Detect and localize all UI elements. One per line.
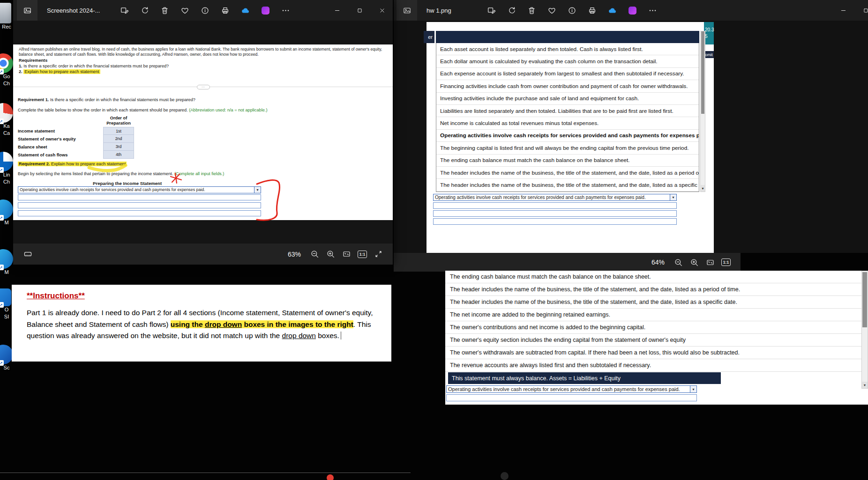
filmstrip-toggle-button[interactable] xyxy=(20,246,36,262)
dropdown-option[interactable]: Liabilities are listed separately and th… xyxy=(436,105,699,117)
dropdown-field-selected[interactable] xyxy=(436,31,699,43)
taskbar-edge xyxy=(0,473,411,473)
more-options-button[interactable] xyxy=(644,2,660,18)
titlebar-right-window[interactable]: hw 1.png xyxy=(394,0,868,21)
dropdown-arrow-icon[interactable]: ▼ xyxy=(690,386,696,392)
list-scrollbar[interactable]: ▼ xyxy=(861,271,868,389)
favorite-button[interactable] xyxy=(177,2,193,18)
edit-image-button[interactable] xyxy=(483,2,499,18)
maximize-button[interactable] xyxy=(854,0,868,21)
divider-handle[interactable]: ⋯ xyxy=(197,85,210,89)
delete-button[interactable] xyxy=(524,2,539,18)
hw-image-document: 20.3 5 omit er Each asset account is lis… xyxy=(427,22,714,253)
print-button[interactable] xyxy=(584,2,600,18)
shortcut-arrow-icon: ↗ xyxy=(0,302,4,308)
favorite-button[interactable] xyxy=(544,2,560,18)
shortcut-arrow-icon: ↗ xyxy=(0,69,4,74)
order-cell[interactable]: 3rd xyxy=(103,143,134,151)
answer-input-row-1[interactable] xyxy=(18,194,261,200)
onedrive-icon[interactable] xyxy=(237,2,253,18)
dropdown-arrow-icon[interactable]: ▼ xyxy=(670,194,676,200)
photos-window-screenshot: Screenshot 2024-... Alfred Hansen publ xyxy=(13,0,393,265)
zoom-out-button[interactable] xyxy=(307,246,322,262)
answer-input-row-3[interactable] xyxy=(18,210,261,216)
photo-viewer-canvas-left[interactable]: Alfred Hansen publishes an online travel… xyxy=(13,21,393,244)
rotate-button[interactable] xyxy=(136,2,152,18)
dropdown-arrow-icon[interactable]: ▼ xyxy=(254,187,261,193)
zoom-level: 64% xyxy=(651,258,665,266)
dropdown-option[interactable]: The header includes the name of the busi… xyxy=(436,167,699,179)
answer-dropdown[interactable]: Operating activities involve cash receip… xyxy=(433,194,677,201)
dropdown-option[interactable]: Each asset account is listed separately … xyxy=(436,43,699,55)
print-button[interactable] xyxy=(217,2,233,18)
fit-to-window-button[interactable] xyxy=(338,246,354,262)
answer-input-row[interactable] xyxy=(446,394,697,401)
edit-image-button[interactable] xyxy=(116,2,132,18)
scrollbar-thumb[interactable] xyxy=(862,272,867,327)
dropdown-option[interactable]: The owner's withdrawals are subtracted f… xyxy=(445,347,861,359)
dropdown-option[interactable]: Financing activities include cash from o… xyxy=(436,80,699,92)
dropdown-option[interactable]: The owner's contributions and net income… xyxy=(445,321,861,334)
requirements-heading: Requirements xyxy=(19,58,47,63)
clipchamp-icon[interactable] xyxy=(624,2,640,18)
titlebar-left-window[interactable]: Screenshot 2024-... xyxy=(13,0,393,21)
list-scrollbar[interactable]: ▼ xyxy=(700,31,705,192)
minimize-button[interactable] xyxy=(326,0,348,21)
dropdown-option-highlighted[interactable]: Operating activities involve cash receip… xyxy=(436,130,699,142)
fullscreen-button[interactable] xyxy=(370,246,386,262)
rotate-button[interactable] xyxy=(503,2,519,18)
dropdown-option[interactable]: Each dollar amount is calculated by eval… xyxy=(436,55,699,67)
order-cell[interactable]: 2nd xyxy=(103,135,134,143)
dropdown-option[interactable]: The header includes the name of the busi… xyxy=(445,296,861,309)
underlying-image-fragment: 20.3 5 xyxy=(704,22,714,44)
chrome-icon: ↗ xyxy=(0,53,13,73)
more-options-button[interactable] xyxy=(277,2,293,18)
requirement-2-line: 2. Explain how to prepare each statement xyxy=(19,69,100,74)
app-icon: ↗ xyxy=(0,152,13,171)
fit-to-window-button[interactable] xyxy=(702,254,718,270)
taskbar-icon-fragment[interactable] xyxy=(327,474,334,480)
info-button[interactable] xyxy=(564,2,580,18)
dropdown-option[interactable]: Each expense account is listed separatel… xyxy=(436,68,699,80)
scrollbar-thumb[interactable] xyxy=(701,31,704,114)
dropdown-option[interactable]: The ending cash balance must match the c… xyxy=(436,155,699,167)
dropdown-option-selected[interactable]: This statement must always balance. Asse… xyxy=(445,372,861,384)
dropdown-option[interactable]: The header includes the name of the busi… xyxy=(445,283,861,296)
shortcut-arrow-icon: ↗ xyxy=(0,215,4,221)
answer-dropdown-value: Operating activities involve cash receip… xyxy=(447,386,690,392)
dropdown-option[interactable]: Net income is calculated as total revenu… xyxy=(436,117,699,129)
clipchamp-icon[interactable] xyxy=(257,2,273,18)
photo-viewer-canvas-right[interactable]: 20.3 5 omit er Each asset account is lis… xyxy=(394,21,868,253)
scroll-down-arrow-icon[interactable]: ▼ xyxy=(862,382,868,388)
maximize-button[interactable] xyxy=(348,0,371,21)
order-cell[interactable]: 4th xyxy=(103,151,134,159)
delete-button[interactable] xyxy=(157,2,172,18)
dropdown-option[interactable]: The net income are added to the beginnin… xyxy=(445,309,861,321)
dropdown-option[interactable]: The beginning capital is listed first an… xyxy=(436,142,699,154)
actual-size-button[interactable]: 1:1 xyxy=(718,254,734,270)
dropdown-option[interactable]: Investing activities include the purchas… xyxy=(436,93,699,105)
minimize-button[interactable] xyxy=(832,0,854,21)
info-button[interactable] xyxy=(197,2,213,18)
dropdown-option[interactable]: The owner's equity section includes the … xyxy=(445,334,861,347)
answer-input-row-1[interactable] xyxy=(433,202,677,209)
zoom-level: 63% xyxy=(288,251,301,258)
answer-input-row-3[interactable] xyxy=(433,218,677,225)
instructions-highlight: using the xyxy=(171,320,205,328)
zoom-out-button[interactable] xyxy=(670,254,686,270)
onedrive-icon[interactable] xyxy=(604,2,620,18)
close-button[interactable] xyxy=(371,0,393,21)
answer-dropdown[interactable]: Operating activities involve cash receip… xyxy=(446,385,697,393)
taskbar-icon-fragment[interactable] xyxy=(501,472,509,480)
dropdown-option[interactable]: The header includes the name of the busi… xyxy=(436,179,699,191)
dropdown-option[interactable]: The revenue accounts are always listed f… xyxy=(445,359,861,372)
zoom-in-button[interactable] xyxy=(686,254,702,270)
actual-size-button[interactable]: 1:1 xyxy=(354,246,370,262)
answer-input-row-2[interactable] xyxy=(18,202,261,208)
answer-input-row-2[interactable] xyxy=(433,210,677,217)
zoom-in-button[interactable] xyxy=(322,246,338,262)
order-cell[interactable]: 1st xyxy=(103,127,134,135)
income-statement-dropdown[interactable]: Operating activities involve cash receip… xyxy=(18,186,261,193)
scroll-down-arrow-icon[interactable]: ▼ xyxy=(701,185,705,192)
dropdown-option[interactable]: The ending cash balance must match the c… xyxy=(445,271,861,283)
